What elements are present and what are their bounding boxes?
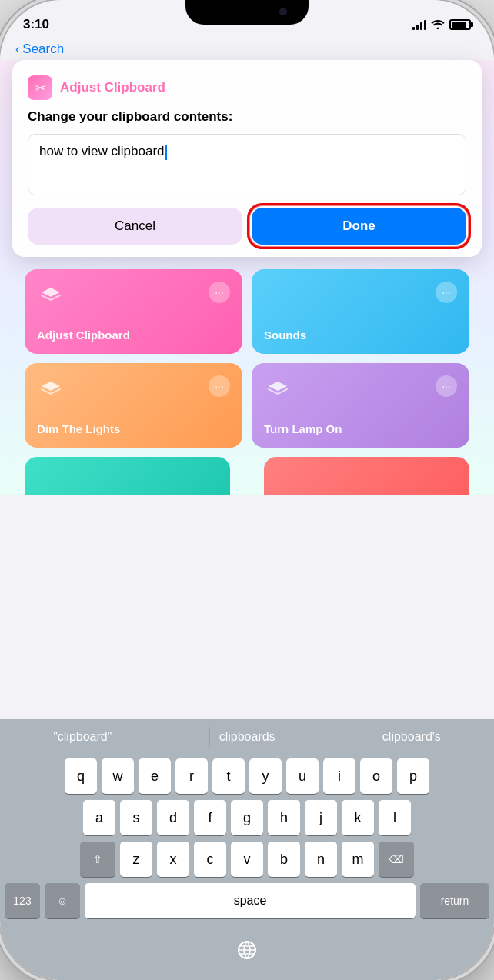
text-cursor: [165, 145, 167, 160]
modal-title: Adjust Clipboard: [60, 80, 165, 95]
backspace-key[interactable]: ⌫: [379, 842, 414, 877]
key-p[interactable]: p: [397, 758, 429, 794]
key-z[interactable]: z: [120, 842, 152, 877]
key-f[interactable]: f: [194, 800, 226, 835]
key-d[interactable]: d: [157, 800, 189, 835]
phone-screen: 3:10 ‹ Search: [0, 0, 494, 980]
modal-header: ✂ Adjust Clipboard: [28, 75, 466, 100]
status-time: 3:10: [23, 17, 49, 32]
cancel-button[interactable]: Cancel: [28, 208, 242, 245]
globe-key[interactable]: [229, 932, 265, 968]
keyboard-area: "clipboard" clipboards clipboard's q w e…: [0, 719, 494, 980]
space-key[interactable]: space: [85, 883, 416, 918]
partial-card-teal: [25, 457, 230, 495]
return-key[interactable]: return: [420, 883, 489, 918]
key-r[interactable]: r: [175, 758, 208, 794]
shortcut-icon-layers: [37, 282, 65, 309]
modal-body-title: Change your clipboard contents:: [28, 109, 466, 125]
modal-buttons: Cancel Done: [28, 208, 466, 245]
shortcut-card-dim-lights[interactable]: ··· Dim The Lights: [25, 363, 242, 448]
emoji-key[interactable]: ☺: [45, 883, 80, 918]
shortcut-name: Sounds: [264, 328, 457, 342]
text-input-area[interactable]: how to view clipboard: [28, 134, 466, 195]
key-u[interactable]: u: [286, 758, 319, 794]
key-w[interactable]: w: [102, 758, 134, 794]
key-t[interactable]: t: [212, 758, 245, 794]
key-s[interactable]: s: [120, 800, 152, 835]
key-a[interactable]: a: [83, 800, 115, 835]
key-c[interactable]: c: [194, 842, 226, 877]
app-content: ✂ Adjust Clipboard Change your clipboard…: [0, 60, 494, 495]
predictive-word-1[interactable]: "clipboard": [44, 727, 121, 747]
shortcut-name: Adjust Clipboard: [37, 328, 230, 342]
predictive-word-3[interactable]: clipboard's: [373, 727, 450, 747]
key-b[interactable]: b: [268, 842, 300, 877]
partial-card-red: [264, 457, 469, 495]
done-button[interactable]: Done: [252, 208, 466, 245]
key-v[interactable]: v: [231, 842, 263, 877]
signal-bars-icon: [412, 19, 426, 30]
modal-dialog: ✂ Adjust Clipboard Change your clipboard…: [12, 60, 482, 257]
status-icons: [412, 18, 471, 32]
key-row-2: a s d f g h j k l: [5, 800, 489, 835]
predictive-word-2[interactable]: clipboards: [209, 727, 285, 747]
back-label[interactable]: Search: [22, 42, 64, 57]
shortcut-more-icon[interactable]: ···: [436, 375, 457, 397]
shortcuts-grid: ··· Adjust Clipboard ··· Sounds: [12, 269, 482, 457]
key-row-4: 123 ☺ space return: [5, 883, 489, 918]
shortcut-icon-layers3: [264, 375, 292, 403]
shortcut-card-sounds[interactable]: ··· Sounds: [252, 269, 469, 354]
keyboard-rows: q w e r t y u i o p a s d f g: [0, 752, 494, 928]
bottom-bar: [0, 928, 494, 980]
numbers-key[interactable]: 123: [5, 883, 40, 918]
key-row-3: ⇧ z x c v b n m ⌫: [5, 842, 489, 877]
shortcut-card-turn-lamp-on[interactable]: ··· Turn Lamp On: [252, 363, 469, 448]
shortcut-name: Turn Lamp On: [264, 422, 457, 435]
shortcut-icon-sounds: [264, 282, 292, 309]
text-input-value: how to view clipboard: [39, 144, 165, 158]
key-j[interactable]: j: [305, 800, 337, 835]
battery-icon: [449, 19, 471, 30]
phone-frame: 3:10 ‹ Search: [0, 0, 494, 980]
shortcut-card-adjust-clipboard[interactable]: ··· Adjust Clipboard: [25, 269, 242, 354]
key-o[interactable]: o: [360, 758, 392, 794]
notch-dot: [279, 8, 287, 15]
shift-key[interactable]: ⇧: [80, 842, 115, 877]
key-row-1: q w e r t y u i o p: [5, 758, 489, 794]
shortcut-icon-layers2: [37, 375, 65, 403]
key-q[interactable]: q: [65, 758, 97, 794]
wifi-icon: [431, 18, 445, 32]
app-icon-char: ✂: [35, 81, 45, 95]
key-i[interactable]: i: [323, 758, 355, 794]
back-nav[interactable]: ‹ Search: [0, 38, 494, 60]
shortcut-more-icon[interactable]: ···: [209, 282, 230, 303]
app-icon: ✂: [28, 75, 52, 100]
back-chevron-icon: ‹: [15, 42, 19, 56]
key-e[interactable]: e: [139, 758, 171, 794]
shortcut-more-icon[interactable]: ···: [436, 282, 457, 303]
key-l[interactable]: l: [379, 800, 411, 835]
key-x[interactable]: x: [157, 842, 189, 877]
key-k[interactable]: k: [342, 800, 374, 835]
key-g[interactable]: g: [231, 800, 263, 835]
predictive-bar: "clipboard" clipboards clipboard's: [0, 719, 494, 752]
shortcut-more-icon[interactable]: ···: [209, 375, 230, 397]
notch: [185, 0, 309, 25]
key-h[interactable]: h: [268, 800, 300, 835]
key-m[interactable]: m: [342, 842, 374, 877]
shortcut-name: Dim The Lights: [37, 422, 230, 435]
key-n[interactable]: n: [305, 842, 337, 877]
key-y[interactable]: y: [249, 758, 282, 794]
